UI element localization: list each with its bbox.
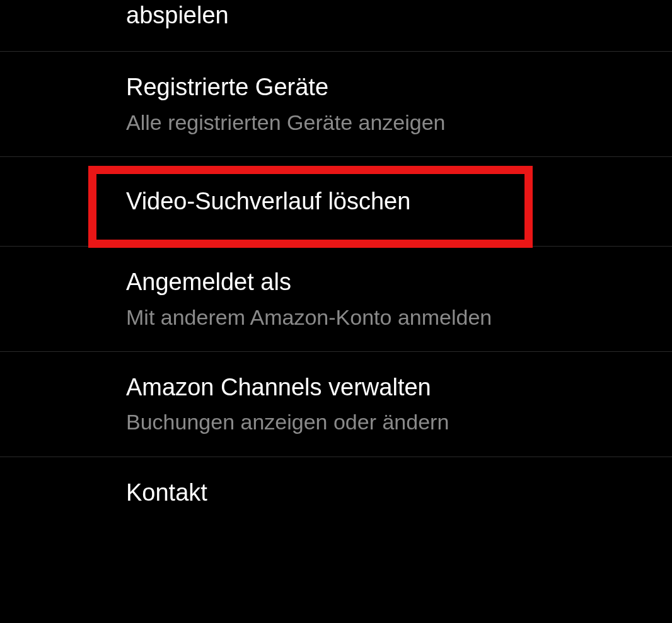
settings-item-manage-channels[interactable]: Amazon Channels verwalten Buchungen anze… bbox=[0, 352, 672, 457]
settings-item-title: Amazon Channels verwalten bbox=[126, 372, 672, 403]
settings-list: abspielen Registrierte Geräte Alle regis… bbox=[0, 0, 672, 528]
settings-item-signed-in-as[interactable]: Angemeldet als Mit anderem Amazon-Konto … bbox=[0, 247, 672, 352]
settings-item-subtitle: Mit anderem Amazon-Konto anmelden bbox=[126, 303, 672, 331]
settings-item-subtitle: Buchungen anzeigen oder ändern bbox=[126, 408, 672, 436]
settings-item-contact-partial[interactable]: Kontakt bbox=[0, 457, 672, 528]
settings-item-autoplay-partial[interactable]: abspielen bbox=[0, 0, 672, 52]
settings-item-subtitle: Alle registrierten Geräte anzeigen bbox=[126, 108, 672, 136]
settings-item-title: Angemeldet als bbox=[126, 267, 672, 298]
settings-item-title: Video-Suchverlauf löschen bbox=[126, 186, 672, 217]
settings-item-title: Registrierte Geräte bbox=[126, 72, 672, 103]
settings-item-title: abspielen bbox=[126, 0, 672, 31]
settings-item-title: Kontakt bbox=[126, 477, 672, 508]
settings-item-registered-devices[interactable]: Registrierte Geräte Alle registrierten G… bbox=[0, 52, 672, 157]
settings-item-clear-search-history[interactable]: Video-Suchverlauf löschen bbox=[0, 157, 672, 247]
